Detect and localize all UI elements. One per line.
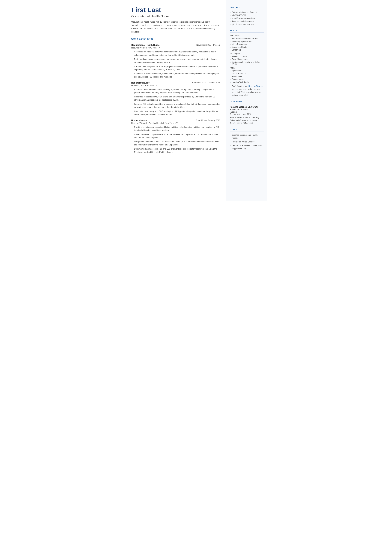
list-item: Employee Health	[230, 46, 264, 48]
list-item: Audiometer	[230, 75, 264, 77]
list-item: Assessed patient health status, vital si…	[131, 88, 220, 94]
list-item: Informed 720 patients about the processe…	[131, 103, 220, 109]
edu-awards: Awards: Resume Worded Teaching Fellow (o…	[230, 116, 264, 125]
education-section: EDUCATION Resume Worded University Bache…	[230, 101, 264, 125]
job-company-1: Resume Worded, New York, NY	[131, 47, 220, 49]
list-item: Nursing (Experienced)	[230, 40, 264, 42]
edu-degree: Bachelor of Science	[230, 108, 264, 111]
job-bullets-2: Assessed patient health status, vital si…	[131, 88, 220, 116]
list-item: Case Management	[230, 58, 264, 60]
contact-label: CONTACT	[230, 6, 264, 8]
job-header-2: Registered Nurse February 2013 – October…	[131, 82, 220, 84]
contact-section: CONTACT Detroit, MI (Open to Remote) +1-…	[230, 6, 264, 25]
list-item: Conducted pulmonary and ECG testing for …	[131, 110, 220, 116]
skills-divider	[230, 32, 264, 33]
work-experience-label: WORK EXPERIENCE	[131, 38, 220, 40]
list-item: Provided hospice care in assisted living…	[131, 126, 220, 132]
contact-item: +1-234-456-789	[230, 14, 264, 16]
techniques-list: Patient Education Case Management Enviro…	[230, 55, 264, 65]
hard-skills-label: Hard Skills:	[230, 35, 264, 37]
list-item: Collaborated with 12 physicians, 25 soci…	[131, 133, 220, 139]
other-list: Certified Occupational Health Nurse. Reg…	[230, 133, 264, 150]
education-divider	[230, 104, 264, 104]
techniques-label: Techniques:	[230, 52, 264, 55]
list-item: Performed workplace assessments for ergo…	[131, 58, 220, 64]
job-bullets-3: Provided hospice care in assisted living…	[131, 126, 220, 154]
contact-item: Detroit, MI (Open to Remote)	[230, 11, 264, 14]
list-item: Recorded clinical reviews, care plans, a…	[131, 95, 220, 102]
job-dates-2: February 2013 – October 2015	[192, 82, 220, 84]
list-item: Created personal plans for 1.2K employee…	[131, 65, 220, 71]
list-item: Certified Occupational Health Nurse.	[230, 133, 264, 140]
list-item: Injury Prevention	[230, 43, 264, 45]
job-dates-3: June 2010 – January 2013	[196, 119, 220, 121]
work-divider	[131, 41, 220, 41]
list-item: Certified in Advanced Cardiac Life Suppo…	[230, 144, 264, 150]
edu-location: Boston, MA — May 2010	[230, 113, 264, 115]
edu-field: Nursing	[230, 111, 264, 113]
list-item: Documented 120 assessments and 220 inter…	[131, 147, 220, 154]
education-label: EDUCATION	[230, 101, 264, 103]
list-item: Designed interventions based on assessme…	[131, 140, 220, 146]
skills-section: SKILLS Hard Skills: Risk Assessment (Adv…	[230, 29, 264, 97]
list-item: Assessed the medical history and symptom…	[131, 50, 220, 56]
other-section: OTHER Certified Occupational Health Nurs…	[230, 129, 264, 150]
list-item: Spirometer	[230, 70, 264, 72]
job-title-2: Registered Nurse	[131, 82, 150, 84]
list-item: Hearing Test Booth	[230, 81, 264, 83]
job-company-3: Resume Worded's Exciting Hospital, New Y…	[131, 122, 220, 124]
hard-skills-list: Risk Assessment (Advanced) Nursing (Expe…	[230, 37, 264, 51]
job-title-3: Hospice Nurse	[131, 119, 147, 122]
job-company-2: Growthsi, San Francisco, CA	[131, 84, 220, 87]
resume-worded-link[interactable]: Resume Worded	[248, 85, 263, 87]
resume-page: First Last Occupational Health Nurse Occ…	[125, 0, 267, 201]
list-item: Registered Nurse License.	[230, 140, 264, 143]
contact-divider	[230, 9, 264, 9]
other-divider	[230, 132, 264, 132]
list-item: Environment, Health, and Safety (EHS)	[230, 61, 264, 65]
edu-school: Resume Worded University	[230, 106, 264, 108]
skills-note: Don't forget to use Resume Worded to sca…	[230, 85, 264, 97]
list-item: Examined the work limitations, health st…	[131, 72, 220, 78]
job-title: Occupational Health Nurse	[131, 14, 220, 18]
tools-list: Spirometer Vision Screener Audiometer Dy…	[230, 70, 264, 83]
other-label: OTHER	[230, 129, 264, 131]
contact-list: Detroit, MI (Open to Remote) +1-234-456-…	[230, 11, 264, 25]
right-column: CONTACT Detroit, MI (Open to Remote) +1-…	[226, 0, 267, 201]
list-item: Screening	[230, 49, 264, 51]
tools-label: Tools:	[230, 67, 264, 69]
contact-item: linkedin.com/in/username	[230, 20, 264, 22]
list-item: Dynamometer	[230, 78, 264, 80]
job-header-3: Hospice Nurse June 2010 – January 2013	[131, 119, 220, 122]
contact-item: email@resumeworded.com	[230, 17, 264, 19]
job-dates-1: November 2015 – Present	[196, 44, 220, 46]
name: First Last	[131, 6, 220, 14]
contact-item: github.com/resumeworded	[230, 23, 264, 25]
list-item: Vision Screener	[230, 72, 264, 75]
skills-label: SKILLS	[230, 29, 264, 31]
job-header-1: Occupational Health Nurse November 2015 …	[131, 44, 220, 46]
job-title-1: Occupational Health Nurse	[131, 44, 160, 46]
job-bullets-1: Assessed the medical history and symptom…	[131, 50, 220, 78]
list-item: Risk Assessment (Advanced)	[230, 37, 264, 40]
list-item: Patient Education	[230, 55, 264, 57]
left-column: First Last Occupational Health Nurse Occ…	[125, 0, 226, 201]
summary: Occupational health nurse with 10 years …	[131, 20, 220, 34]
